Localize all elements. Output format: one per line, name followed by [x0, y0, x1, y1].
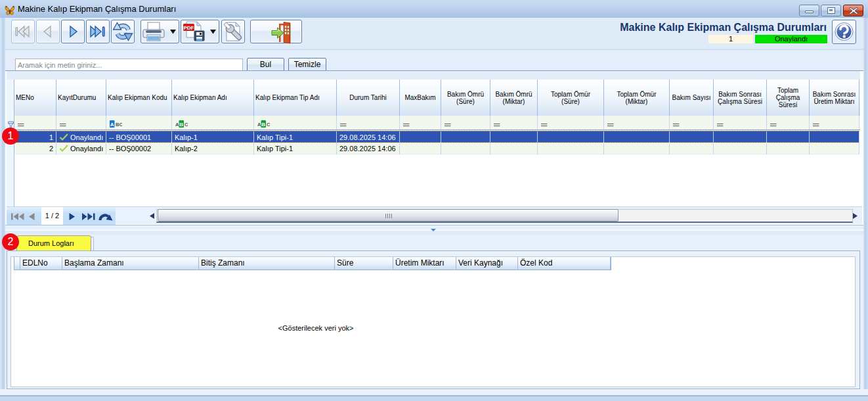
svg-text:B: B [261, 122, 265, 128]
svg-text:C: C [184, 122, 188, 128]
svg-text:B: B [179, 122, 183, 128]
svg-text:PDF: PDF [184, 25, 194, 31]
svg-text:BC: BC [116, 122, 122, 128]
svg-text:C: C [267, 122, 270, 128]
svg-text:A: A [175, 122, 179, 128]
svg-text:A: A [110, 122, 114, 128]
svg-text:A: A [257, 122, 261, 128]
